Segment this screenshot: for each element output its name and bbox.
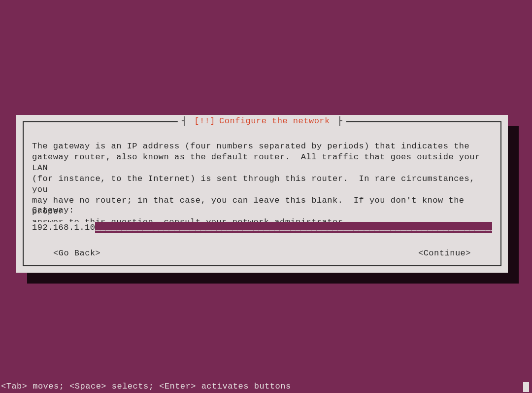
configure-network-dialog: ┤ [!!]Configure the network ├ The gatewa… [16,115,508,273]
gateway-label: Gateway: [32,206,74,215]
title-text: Configure the network [217,116,332,126]
go-back-button[interactable]: <Go Back> [53,249,100,258]
gateway-input-value: 192.168.1.10 [32,222,95,233]
title-bracket-right: ├ [332,116,342,126]
dialog-title: ┤ [!!]Configure the network ├ [178,116,346,126]
title-marker: [!!] [192,116,217,126]
dialog-body-text: The gateway is an IP address (four numbe… [32,141,492,228]
gateway-input[interactable]: 192.168.1.10 ___________________________… [32,222,492,233]
cursor-block-icon [523,382,529,392]
button-row: <Go Back> <Continue> [53,249,471,258]
continue-button[interactable]: <Continue> [418,249,471,258]
status-bar: <Tab> moves; <Space> selects; <Enter> ac… [0,382,532,391]
input-fill-underscore: ________________________________________… [95,222,492,233]
dialog-border: ┤ [!!]Configure the network ├ The gatewa… [23,121,501,266]
title-bracket-left: ┤ [182,116,192,126]
